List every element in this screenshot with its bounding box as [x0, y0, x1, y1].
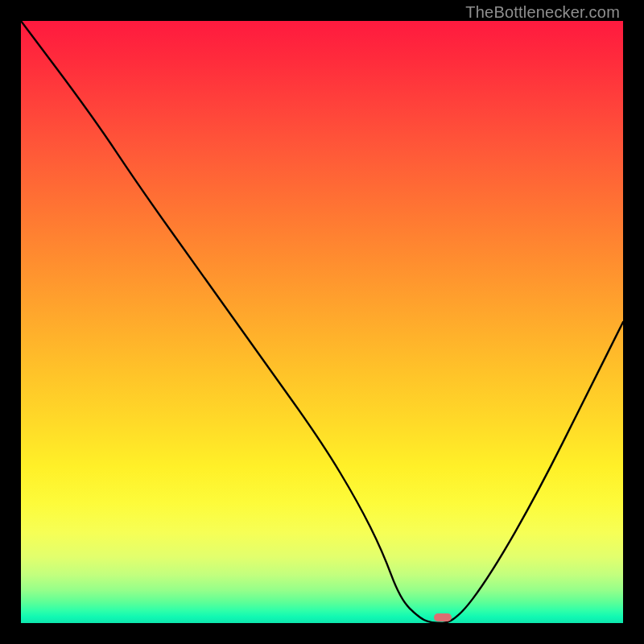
bottleneck-curve	[21, 21, 623, 623]
watermark-label: TheBottlenecker.com	[465, 3, 620, 22]
optimum-marker	[434, 613, 452, 621]
chart-frame: TheBottlenecker.com	[0, 0, 644, 644]
plot-area	[21, 21, 623, 623]
